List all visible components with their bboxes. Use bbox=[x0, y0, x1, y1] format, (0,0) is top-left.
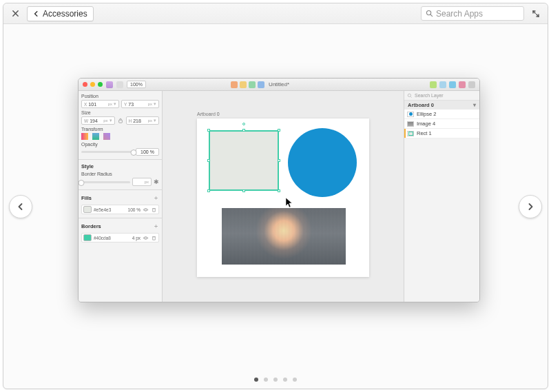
artboard[interactable] bbox=[197, 118, 369, 277]
align-left-icon[interactable] bbox=[231, 81, 238, 88]
inspector-panel: Position X101px▾ Y73px▾ Size W194px▾ H21… bbox=[79, 91, 163, 302]
align-center-icon[interactable] bbox=[240, 81, 247, 88]
flip-v-icon[interactable] bbox=[92, 133, 99, 140]
chevron-down-icon[interactable]: ▾ bbox=[473, 102, 476, 108]
layer-row[interactable]: Image 4 bbox=[404, 119, 479, 129]
layer-thumb-icon bbox=[407, 121, 414, 127]
undo-icon[interactable] bbox=[106, 81, 113, 88]
fill-hex: #e5e4e3 bbox=[94, 207, 111, 212]
border-delete-icon[interactable] bbox=[151, 235, 157, 241]
fill-visibility-icon[interactable] bbox=[143, 207, 149, 213]
design-app-window: 100% Untitled* bbox=[78, 78, 480, 302]
border-width: 4 px bbox=[132, 236, 141, 240]
border-hex: #40cda8 bbox=[94, 236, 111, 240]
resize-handle[interactable] bbox=[278, 159, 280, 162]
shape-image[interactable] bbox=[222, 208, 346, 265]
add-fill-icon[interactable]: ＋ bbox=[153, 194, 159, 203]
viewer-header: Accessories Search Apps bbox=[3, 3, 548, 24]
fill-row[interactable]: #e5e4e3 100 % bbox=[81, 205, 159, 214]
layer-name: Ellipse 2 bbox=[417, 111, 436, 117]
shape-ellipse[interactable] bbox=[288, 128, 357, 197]
viewer-window: Accessories Search Apps bbox=[3, 3, 548, 389]
search-apps-input[interactable]: Search Apps bbox=[421, 6, 524, 21]
back-button[interactable]: Accessories bbox=[27, 6, 94, 21]
resize-handle[interactable] bbox=[207, 189, 210, 192]
layers-search[interactable]: Search Layer bbox=[404, 91, 479, 101]
resize-handle[interactable] bbox=[242, 129, 245, 132]
resize-handle[interactable] bbox=[242, 189, 245, 192]
layer-thumb-icon bbox=[407, 112, 414, 117]
x-input[interactable]: X101px▾ bbox=[81, 100, 119, 108]
resize-handle[interactable] bbox=[278, 129, 280, 132]
search-placeholder: Search Apps bbox=[436, 9, 483, 19]
opacity-value[interactable]: 100 % bbox=[136, 148, 159, 156]
preview-icon[interactable] bbox=[449, 81, 456, 88]
svg-point-0 bbox=[426, 10, 430, 14]
border-visibility-icon[interactable] bbox=[143, 235, 149, 241]
radius-input[interactable]: px bbox=[132, 178, 152, 186]
prev-button[interactable] bbox=[9, 195, 32, 218]
arrow-left-icon bbox=[33, 10, 40, 17]
traffic-close-icon[interactable] bbox=[83, 82, 87, 87]
settings-icon[interactable] bbox=[468, 81, 475, 88]
window-controls[interactable] bbox=[83, 82, 103, 87]
radius-options-icon[interactable]: ✱ bbox=[154, 178, 159, 185]
borders-header: Borders bbox=[81, 223, 101, 229]
distribute-icon[interactable] bbox=[258, 81, 264, 88]
radius-slider[interactable] bbox=[81, 181, 130, 183]
page-dot[interactable] bbox=[254, 378, 258, 382]
rotate-handle[interactable] bbox=[242, 123, 245, 125]
opacity-slider[interactable] bbox=[81, 151, 134, 153]
layer-name: Rect 1 bbox=[417, 130, 432, 136]
width-input[interactable]: W194px▾ bbox=[81, 116, 115, 125]
cursor-icon bbox=[285, 197, 293, 208]
canvas[interactable]: Artboard 0 bbox=[163, 91, 404, 302]
layer-name: Image 4 bbox=[417, 121, 435, 127]
fill-delete-icon[interactable] bbox=[151, 207, 157, 213]
back-label: Accessories bbox=[43, 9, 87, 19]
height-input[interactable]: H218px▾ bbox=[126, 116, 160, 125]
export-icon[interactable] bbox=[430, 81, 437, 88]
layers-icon[interactable] bbox=[459, 81, 466, 88]
rotate-icon[interactable] bbox=[103, 133, 110, 140]
close-icon[interactable] bbox=[8, 6, 23, 21]
pagination-dots bbox=[3, 378, 548, 382]
y-input[interactable]: Y73px▾ bbox=[121, 100, 159, 108]
align-right-icon[interactable] bbox=[249, 81, 256, 88]
border-swatch[interactable] bbox=[83, 234, 92, 241]
fill-opacity: 100 % bbox=[128, 207, 141, 212]
next-button[interactable] bbox=[519, 195, 542, 218]
tool-icon[interactable] bbox=[116, 81, 123, 88]
layers-panel: Search Layer Artboard 0 ▾ Ellipse 2Image… bbox=[404, 91, 479, 302]
border-row[interactable]: #40cda8 4 px bbox=[81, 233, 159, 243]
layer-thumb-icon bbox=[407, 131, 414, 136]
resize-handle[interactable] bbox=[278, 189, 280, 192]
radius-label: Border Radius bbox=[81, 172, 159, 176]
arrow-left-icon bbox=[17, 203, 25, 211]
lock-aspect-icon[interactable] bbox=[117, 117, 124, 124]
zoom-level[interactable]: 100% bbox=[127, 81, 146, 88]
page-dot[interactable] bbox=[273, 378, 278, 382]
page-dot[interactable] bbox=[264, 378, 268, 382]
page-dot[interactable] bbox=[283, 378, 287, 382]
style-header: Style bbox=[81, 163, 159, 169]
layer-row[interactable]: Rect 1 bbox=[404, 129, 479, 138]
fullscreen-icon[interactable] bbox=[528, 6, 543, 21]
traffic-max-icon[interactable] bbox=[98, 82, 103, 87]
page-dot[interactable] bbox=[293, 378, 297, 382]
resize-handle[interactable] bbox=[207, 159, 210, 162]
cloud-icon[interactable] bbox=[439, 81, 446, 88]
traffic-min-icon[interactable] bbox=[90, 82, 95, 87]
add-border-icon[interactable]: ＋ bbox=[153, 222, 159, 231]
resize-handle[interactable] bbox=[207, 129, 210, 132]
fill-swatch[interactable] bbox=[83, 206, 92, 213]
layer-row[interactable]: Ellipse 2 bbox=[404, 110, 479, 119]
position-label: Position bbox=[81, 94, 159, 99]
flip-h-icon[interactable] bbox=[81, 133, 88, 140]
size-label: Size bbox=[81, 110, 159, 115]
viewer-body: 100% Untitled* bbox=[3, 24, 548, 389]
selection-outline bbox=[209, 130, 279, 191]
layers-artboard-header[interactable]: Artboard 0 ▾ bbox=[404, 101, 479, 110]
artboard-label[interactable]: Artboard 0 bbox=[197, 112, 220, 116]
transform-label: Transform bbox=[81, 127, 159, 132]
